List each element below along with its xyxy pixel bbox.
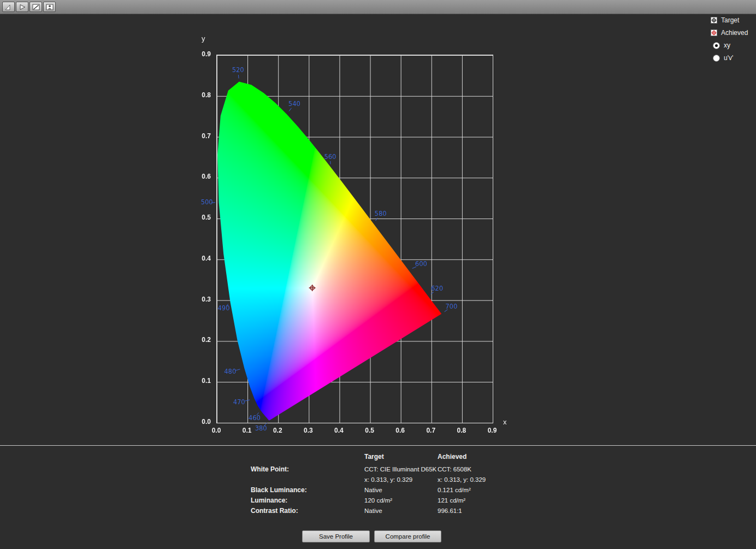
result-achieved-2: 0.121 cd/m²	[438, 485, 569, 495]
result-achieved-4: 996.61:1	[438, 506, 569, 516]
x-tick-label: 0.0	[212, 427, 221, 434]
gamma-chart-icon	[32, 4, 40, 10]
result-target-0: CCT: CIE Illuminant D65K	[364, 464, 438, 475]
x-tick-label: 0.8	[457, 427, 466, 434]
legend-target: Target	[711, 16, 748, 24]
result-achieved-0: CCT: 6508K	[438, 464, 569, 475]
save-profile-button[interactable]: Save Profile	[302, 530, 370, 542]
legend-target-label: Target	[721, 16, 739, 24]
x-tick-label: 0.9	[488, 427, 497, 434]
x-tick-label: 0.5	[365, 427, 374, 434]
result-target-3: 120 cd/m²	[364, 495, 438, 506]
x-tick-label: 0.6	[395, 427, 405, 434]
radio-xy-control[interactable]	[713, 42, 720, 49]
app-window: Target Achieved xy u'v' y x 0.00.10.20.3…	[0, 0, 756, 549]
radio-xy[interactable]: xy	[711, 42, 748, 49]
y-tick-label: 0.3	[191, 296, 211, 303]
result-label-1	[251, 475, 364, 485]
result-label-3: Luminance:	[251, 495, 364, 506]
achieved-column-header: Achieved	[438, 452, 569, 464]
cie-gamut-canvas	[180, 30, 535, 440]
play-icon	[19, 4, 26, 10]
y-tick-label: 0.7	[191, 132, 211, 140]
radio-uv-control[interactable]	[713, 55, 720, 62]
y-axis-label: y	[202, 34, 205, 43]
y-tick-label: 0.2	[191, 336, 211, 344]
x-tick-label: 0.2	[273, 427, 282, 434]
toolbar-button-1[interactable]	[2, 2, 15, 12]
result-achieved-1: x: 0.313, y: 0.329	[438, 475, 569, 485]
separator-line	[0, 445, 756, 446]
y-tick-label: 0.9	[191, 50, 211, 58]
result-target-4: Native	[364, 506, 438, 516]
result-target-1: x: 0.313, y: 0.329	[364, 475, 438, 485]
results-table: Target Achieved White Point:CCT: CIE Ill…	[251, 452, 569, 516]
legend-achieved: Achieved	[711, 29, 748, 37]
toolbar-button-2[interactable]	[16, 2, 28, 12]
result-achieved-3: 121 cd/m²	[438, 495, 569, 506]
toolbar-button-3[interactable]	[29, 2, 42, 12]
target-column-header: Target	[364, 452, 438, 464]
x-tick-label: 0.3	[304, 427, 313, 434]
y-tick-label: 0.4	[191, 255, 211, 262]
radio-uv-label: u'v'	[724, 54, 733, 62]
curve-arrow-icon	[5, 4, 13, 10]
result-label-2: Black Luminance:	[251, 485, 364, 495]
y-tick-label: 0.5	[191, 214, 211, 221]
y-tick-label: 0.1	[191, 377, 211, 385]
chart-legend: Target Achieved xy u'v'	[711, 16, 748, 62]
x-tick-label: 0.4	[334, 427, 344, 434]
result-target-2: Native	[364, 485, 438, 495]
toolbar-button-4[interactable]	[43, 2, 56, 12]
radio-uv[interactable]: u'v'	[711, 54, 748, 62]
x-tick-label: 0.7	[426, 427, 435, 434]
row-label-column-header	[251, 452, 364, 464]
achieved-marker-icon	[711, 29, 717, 36]
target-marker-icon	[711, 17, 717, 23]
portrait-icon	[46, 4, 54, 10]
y-tick-label: 0.6	[191, 173, 211, 180]
y-tick-label: 0.8	[191, 91, 211, 99]
radio-xy-label: xy	[724, 42, 730, 49]
compare-profile-button[interactable]: Compare profile	[374, 530, 441, 542]
result-label-4: Contrast Ratio:	[251, 506, 364, 516]
legend-achieved-label: Achieved	[721, 29, 748, 37]
result-label-0: White Point:	[251, 464, 364, 475]
y-tick-label: 0.0	[191, 418, 211, 426]
x-axis-label: x	[503, 418, 507, 426]
toolbar	[0, 0, 756, 14]
x-tick-label: 0.1	[243, 427, 252, 434]
